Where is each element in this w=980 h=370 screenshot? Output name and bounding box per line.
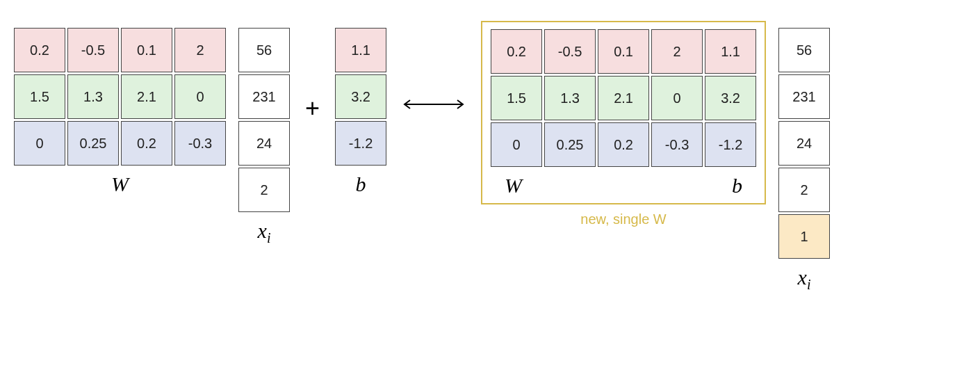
cell: 0.1: [598, 29, 649, 74]
cell: 0.2: [491, 29, 542, 74]
matrix-W-left: 0.2 -0.5 0.1 2 1.5 1.3 2.1 0 0 0.25 0.2 …: [14, 14, 226, 196]
cell: -1.2: [705, 122, 756, 167]
cell: 0.2: [598, 122, 649, 167]
caption-new-single-W: new, single W: [580, 211, 666, 227]
vector-xi-right: 56 231 24 2 1 xi: [778, 14, 830, 293]
cell: 0: [491, 122, 542, 167]
cell: 2.1: [598, 76, 649, 120]
cell: 0.25: [67, 121, 119, 166]
cell: -0.5: [67, 28, 119, 72]
cell: 1.3: [67, 74, 119, 119]
cell: 0.2: [14, 28, 65, 72]
cell: 1.5: [14, 74, 65, 119]
highlight-box: 0.2 -0.5 0.1 2 1.1 1.5 1.3 2.1 0 3.2 0 0…: [481, 21, 766, 204]
cell: 2: [174, 28, 226, 72]
cell: -0.5: [544, 29, 596, 74]
cell: 231: [778, 74, 830, 119]
double-arrow-icon: [399, 97, 468, 111]
cell: 2: [778, 168, 830, 212]
cell: 24: [778, 121, 830, 166]
cell: 0.1: [121, 28, 172, 72]
cell: 0.25: [544, 122, 596, 167]
cell: 3.2: [705, 76, 756, 120]
label-W-left: W: [111, 172, 129, 196]
cell: 0: [14, 121, 65, 166]
cell: 1: [778, 214, 830, 259]
cell: 1.1: [335, 28, 386, 72]
label-b-right: b: [732, 174, 742, 198]
vector-b: 1.1 3.2 -1.2 b: [335, 14, 386, 196]
cell: -0.3: [651, 122, 703, 167]
cell: 56: [778, 28, 830, 72]
cell: 3.2: [335, 74, 386, 119]
cell: 1.1: [705, 29, 756, 74]
label-b-left: b: [356, 172, 366, 196]
vector-xi-left: 56 231 24 2 xi: [238, 14, 290, 246]
cell: 1.3: [544, 76, 596, 120]
cell: 56: [238, 28, 290, 72]
cell: 24: [238, 121, 290, 166]
cell: 0: [174, 74, 226, 119]
matrix-W-augmented-group: 0.2 -0.5 0.1 2 1.1 1.5 1.3 2.1 0 3.2 0 0…: [481, 14, 766, 227]
cell: 2: [238, 168, 290, 212]
cell: 0: [651, 76, 703, 120]
cell: 2.1: [121, 74, 172, 119]
cell: 1.5: [491, 76, 542, 120]
bias-trick-diagram: 0.2 -0.5 0.1 2 1.5 1.3 2.1 0 0 0.25 0.2 …: [14, 14, 966, 293]
cell: -0.3: [174, 121, 226, 166]
label-xi-right: xi: [798, 266, 811, 293]
label-W-right: W: [505, 174, 522, 198]
cell: 0.2: [121, 121, 172, 166]
plus-operator: +: [302, 94, 322, 123]
label-xi-left: xi: [258, 219, 271, 246]
cell: 2: [651, 29, 703, 74]
cell: -1.2: [335, 121, 386, 166]
cell: 231: [238, 74, 290, 119]
